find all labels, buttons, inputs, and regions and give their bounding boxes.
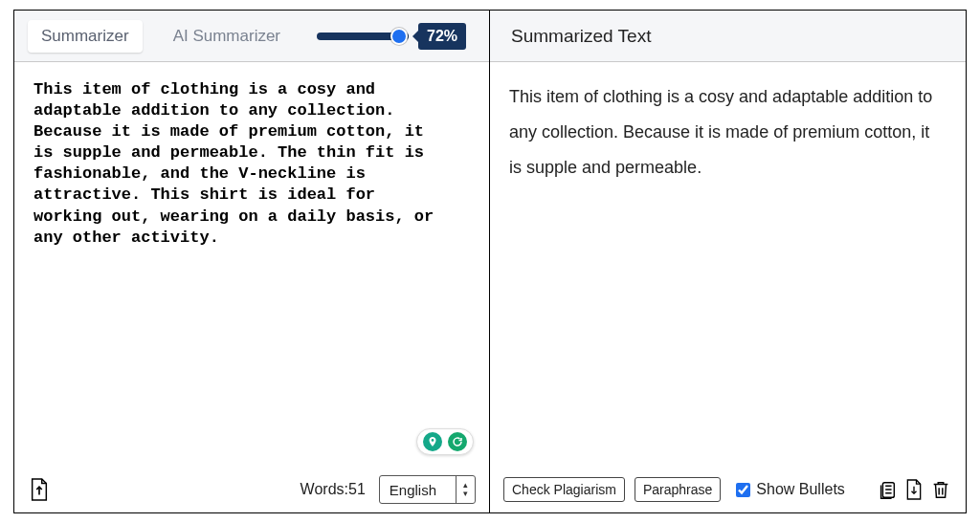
check-plagiarism-button[interactable]: Check Plagiarism <box>503 477 625 502</box>
upload-icon[interactable] <box>28 478 51 501</box>
pin-icon[interactable] <box>423 432 442 451</box>
language-label: English <box>380 476 456 503</box>
show-bullets-toggle[interactable]: Show Bullets <box>736 481 845 498</box>
length-slider[interactable]: 72% <box>317 23 466 50</box>
slider-track[interactable] <box>317 33 409 40</box>
refresh-icon[interactable] <box>448 432 467 451</box>
output-footer: Check Plagiarism Paraphrase Show Bullets <box>490 467 966 512</box>
input-pane: Summarizer AI Summarizer 72% This item o… <box>14 11 490 512</box>
slider-value-badge: 72% <box>418 23 466 50</box>
summarizer-app: Summarizer AI Summarizer 72% This item o… <box>13 10 967 513</box>
language-select[interactable]: English ▴▾ <box>379 475 476 504</box>
show-bullets-label: Show Bullets <box>756 481 845 498</box>
trash-icon[interactable] <box>929 478 952 501</box>
output-pane: Summarized Text This item of clothing is… <box>490 11 966 512</box>
slider-thumb[interactable] <box>390 28 408 45</box>
output-header: Summarized Text <box>490 11 966 62</box>
output-body: This item of clothing is a cosy and adap… <box>490 62 966 467</box>
tab-ai-summarizer[interactable]: AI Summarizer <box>160 20 294 53</box>
summarized-text: This item of clothing is a cosy and adap… <box>509 79 947 185</box>
word-count: Words:51 <box>301 481 366 498</box>
output-title: Summarized Text <box>511 26 651 47</box>
stepper-icon[interactable]: ▴▾ <box>456 476 475 503</box>
source-text[interactable]: This item of clothing is a cosy and adap… <box>33 79 470 249</box>
output-action-icons <box>876 478 952 501</box>
tab-summarizer[interactable]: Summarizer <box>28 20 143 53</box>
download-icon[interactable] <box>902 478 925 501</box>
input-footer: Words:51 English ▴▾ <box>14 467 489 512</box>
input-header: Summarizer AI Summarizer 72% <box>14 11 489 62</box>
input-body: This item of clothing is a cosy and adap… <box>14 62 489 467</box>
copy-icon[interactable] <box>876 478 899 501</box>
extension-badge[interactable] <box>416 428 474 455</box>
show-bullets-checkbox[interactable] <box>736 483 750 497</box>
paraphrase-button[interactable]: Paraphrase <box>635 477 721 502</box>
